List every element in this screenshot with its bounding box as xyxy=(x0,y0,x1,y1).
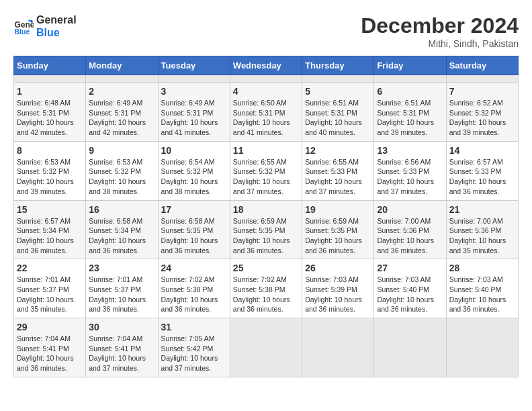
calendar-table: SundayMondayTuesdayWednesdayThursdayFrid… xyxy=(13,56,519,377)
calendar-week-3: 8Sunrise: 6:53 AMSunset: 5:32 PMDaylight… xyxy=(14,141,519,200)
day-detail: Sunrise: 7:05 AMSunset: 5:42 PMDaylight:… xyxy=(161,334,227,373)
calendar-cell: 1Sunrise: 6:48 AMSunset: 5:31 PMDaylight… xyxy=(14,83,86,142)
calendar-cell: 25Sunrise: 7:02 AMSunset: 5:38 PMDayligh… xyxy=(230,259,302,318)
day-detail: Sunrise: 7:00 AMSunset: 5:36 PMDaylight:… xyxy=(449,216,515,256)
calendar-cell: 12Sunrise: 6:55 AMSunset: 5:33 PMDayligh… xyxy=(302,141,374,200)
calendar-cell xyxy=(374,75,446,83)
month-title: December 2024 xyxy=(361,13,519,38)
day-number: 8 xyxy=(17,145,83,156)
day-detail: Sunrise: 7:03 AMSunset: 5:40 PMDaylight:… xyxy=(377,275,443,314)
day-detail: Sunrise: 6:56 AMSunset: 5:33 PMDaylight:… xyxy=(377,157,443,197)
day-detail: Sunrise: 6:51 AMSunset: 5:31 PMDaylight:… xyxy=(305,98,371,138)
day-number: 2 xyxy=(89,86,154,97)
calendar-cell: 24Sunrise: 7:02 AMSunset: 5:38 PMDayligh… xyxy=(158,259,230,318)
column-header-tuesday: Tuesday xyxy=(158,56,230,75)
day-detail: Sunrise: 6:49 AMSunset: 5:31 PMDaylight:… xyxy=(161,98,227,138)
calendar-cell: 30Sunrise: 7:04 AMSunset: 5:41 PMDayligh… xyxy=(86,318,158,377)
day-number: 20 xyxy=(377,204,443,215)
location: Mithi, Sindh, Pakistan xyxy=(361,38,519,49)
day-number: 31 xyxy=(161,322,227,332)
day-detail: Sunrise: 7:04 AMSunset: 5:41 PMDaylight:… xyxy=(17,334,83,373)
svg-text:Blue: Blue xyxy=(15,28,30,36)
calendar-cell: 8Sunrise: 6:53 AMSunset: 5:32 PMDaylight… xyxy=(14,141,86,200)
calendar-cell: 7Sunrise: 6:52 AMSunset: 5:32 PMDaylight… xyxy=(446,83,518,142)
day-number: 4 xyxy=(233,86,299,97)
calendar-cell: 9Sunrise: 6:53 AMSunset: 5:32 PMDaylight… xyxy=(86,141,158,200)
calendar-cell: 21Sunrise: 7:00 AMSunset: 5:36 PMDayligh… xyxy=(446,200,518,259)
calendar-cell xyxy=(302,75,374,83)
calendar-cell xyxy=(302,318,374,377)
calendar-cell xyxy=(374,318,446,377)
calendar-week-2: 1Sunrise: 6:48 AMSunset: 5:31 PMDaylight… xyxy=(14,83,519,142)
day-detail: Sunrise: 6:50 AMSunset: 5:31 PMDaylight:… xyxy=(233,98,299,138)
calendar-cell: 6Sunrise: 6:51 AMSunset: 5:31 PMDaylight… xyxy=(374,83,446,142)
day-number: 23 xyxy=(89,263,154,273)
day-detail: Sunrise: 6:58 AMSunset: 5:34 PMDaylight:… xyxy=(89,216,154,256)
day-detail: Sunrise: 6:57 AMSunset: 5:34 PMDaylight:… xyxy=(17,216,83,256)
day-number: 18 xyxy=(233,204,299,215)
calendar-cell xyxy=(446,75,518,83)
day-detail: Sunrise: 7:01 AMSunset: 5:37 PMDaylight:… xyxy=(17,275,83,314)
calendar-cell: 16Sunrise: 6:58 AMSunset: 5:34 PMDayligh… xyxy=(86,200,158,259)
calendar-cell: 13Sunrise: 6:56 AMSunset: 5:33 PMDayligh… xyxy=(374,141,446,200)
calendar-cell: 5Sunrise: 6:51 AMSunset: 5:31 PMDaylight… xyxy=(302,83,374,142)
column-header-monday: Monday xyxy=(86,56,158,75)
calendar-cell: 2Sunrise: 6:49 AMSunset: 5:31 PMDaylight… xyxy=(86,83,158,142)
day-number: 3 xyxy=(161,86,227,97)
day-detail: Sunrise: 6:49 AMSunset: 5:31 PMDaylight:… xyxy=(89,98,154,138)
day-detail: Sunrise: 7:02 AMSunset: 5:38 PMDaylight:… xyxy=(161,275,227,314)
calendar-cell: 20Sunrise: 7:00 AMSunset: 5:36 PMDayligh… xyxy=(374,200,446,259)
calendar-cell xyxy=(86,75,158,83)
logo-icon: General Blue xyxy=(13,16,34,36)
day-detail: Sunrise: 7:03 AMSunset: 5:39 PMDaylight:… xyxy=(305,275,371,314)
day-number: 21 xyxy=(449,204,515,215)
day-number: 30 xyxy=(89,322,154,332)
calendar-cell xyxy=(158,75,230,83)
calendar-cell: 19Sunrise: 6:59 AMSunset: 5:35 PMDayligh… xyxy=(302,200,374,259)
day-detail: Sunrise: 6:52 AMSunset: 5:32 PMDaylight:… xyxy=(449,98,515,138)
calendar-header: SundayMondayTuesdayWednesdayThursdayFrid… xyxy=(14,56,519,75)
day-detail: Sunrise: 6:53 AMSunset: 5:32 PMDaylight:… xyxy=(17,157,83,197)
calendar-cell: 10Sunrise: 6:54 AMSunset: 5:32 PMDayligh… xyxy=(158,141,230,200)
day-number: 6 xyxy=(377,86,443,97)
day-number: 13 xyxy=(377,145,443,156)
day-detail: Sunrise: 7:00 AMSunset: 5:36 PMDaylight:… xyxy=(377,216,443,256)
calendar-cell: 3Sunrise: 6:49 AMSunset: 5:31 PMDaylight… xyxy=(158,83,230,142)
calendar-cell: 18Sunrise: 6:59 AMSunset: 5:35 PMDayligh… xyxy=(230,200,302,259)
calendar-week-1 xyxy=(14,75,519,83)
calendar-cell: 15Sunrise: 6:57 AMSunset: 5:34 PMDayligh… xyxy=(14,200,86,259)
column-header-wednesday: Wednesday xyxy=(230,56,302,75)
day-detail: Sunrise: 6:55 AMSunset: 5:32 PMDaylight:… xyxy=(233,157,299,197)
day-detail: Sunrise: 7:04 AMSunset: 5:41 PMDaylight:… xyxy=(89,334,154,373)
column-header-sunday: Sunday xyxy=(14,56,86,75)
column-header-saturday: Saturday xyxy=(446,56,518,75)
day-number: 12 xyxy=(305,145,371,156)
day-number: 17 xyxy=(161,204,227,215)
day-detail: Sunrise: 6:51 AMSunset: 5:31 PMDaylight:… xyxy=(377,98,443,138)
day-number: 19 xyxy=(305,204,371,215)
calendar-cell xyxy=(230,318,302,377)
day-number: 9 xyxy=(89,145,154,156)
day-detail: Sunrise: 7:03 AMSunset: 5:40 PMDaylight:… xyxy=(449,275,515,314)
logo: General Blue General Blue xyxy=(13,13,77,39)
calendar-cell: 23Sunrise: 7:01 AMSunset: 5:37 PMDayligh… xyxy=(86,259,158,318)
day-number: 5 xyxy=(305,86,371,97)
column-header-friday: Friday xyxy=(374,56,446,75)
day-number: 10 xyxy=(161,145,227,156)
day-detail: Sunrise: 6:53 AMSunset: 5:32 PMDaylight:… xyxy=(89,157,154,197)
page-header: General Blue General Blue December 2024 … xyxy=(13,13,519,49)
title-block: December 2024 Mithi, Sindh, Pakistan xyxy=(361,13,519,49)
day-number: 14 xyxy=(449,145,515,156)
day-detail: Sunrise: 6:57 AMSunset: 5:33 PMDaylight:… xyxy=(449,157,515,197)
column-header-thursday: Thursday xyxy=(302,56,374,75)
day-number: 22 xyxy=(17,263,83,273)
day-number: 11 xyxy=(233,145,299,156)
day-number: 26 xyxy=(305,263,371,273)
day-number: 16 xyxy=(89,204,154,215)
calendar-cell: 17Sunrise: 6:58 AMSunset: 5:35 PMDayligh… xyxy=(158,200,230,259)
day-detail: Sunrise: 7:01 AMSunset: 5:37 PMDaylight:… xyxy=(89,275,154,314)
day-number: 24 xyxy=(161,263,227,273)
day-number: 15 xyxy=(17,204,83,215)
day-number: 7 xyxy=(449,86,515,97)
calendar-cell xyxy=(230,75,302,83)
